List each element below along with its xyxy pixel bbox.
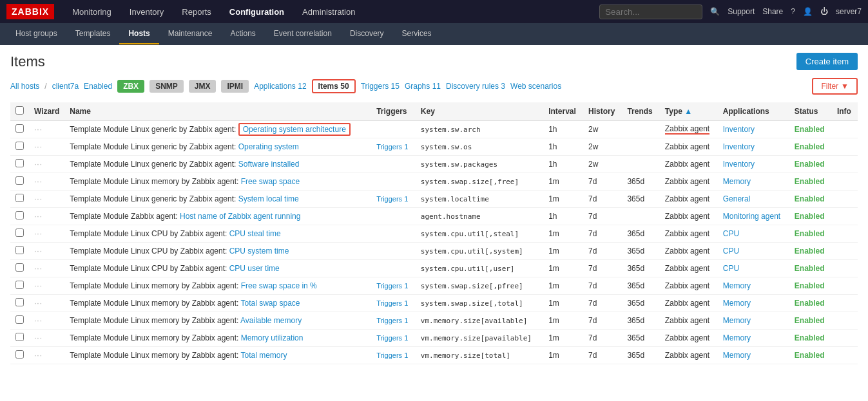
application-link[interactable]: CPU (723, 247, 739, 256)
application-link[interactable]: Memory (723, 299, 751, 308)
graphs-link[interactable]: Graphs 11 (405, 82, 441, 91)
row-checkbox[interactable] (15, 281, 24, 289)
search-input[interactable] (599, 5, 702, 19)
subnav-actions[interactable]: Actions (221, 24, 264, 44)
row-checkbox[interactable] (15, 350, 24, 359)
nav-inventory[interactable]: Inventory (122, 3, 171, 21)
name-link[interactable]: Software installed (238, 160, 300, 169)
discovery-rules-link[interactable]: Discovery rules 3 (446, 82, 505, 91)
application-link[interactable]: Memory (723, 333, 751, 342)
row-checkbox[interactable] (15, 176, 24, 185)
subnav-templates[interactable]: Templates (66, 24, 120, 44)
select-all-checkbox[interactable] (15, 106, 24, 115)
items-badge[interactable]: Items 50 (312, 79, 356, 93)
power-icon[interactable]: ⏻ (820, 7, 828, 16)
application-link[interactable]: Memory (723, 281, 751, 290)
name-link[interactable]: CPU system time (229, 247, 289, 256)
nav-administration[interactable]: Administration (294, 3, 363, 21)
application-link[interactable]: Inventory (723, 142, 755, 151)
wizard-dots[interactable]: ··· (34, 212, 43, 221)
row-checkbox[interactable] (15, 194, 24, 202)
row-checkbox[interactable] (15, 228, 24, 237)
row-checkbox[interactable] (15, 211, 24, 219)
wizard-dots[interactable]: ··· (34, 247, 43, 256)
wizard-dots[interactable]: ··· (34, 299, 43, 308)
all-hosts-link[interactable]: All hosts (10, 82, 39, 91)
name-link[interactable]: Total memory (240, 351, 287, 360)
nav-monitoring[interactable]: Monitoring (64, 3, 119, 21)
name-link[interactable]: Free swap space in % (241, 281, 317, 290)
filter-button[interactable]: Filter ▼ (812, 78, 858, 95)
client-link[interactable]: client7a (52, 82, 79, 91)
wizard-dots[interactable]: ··· (34, 194, 43, 203)
application-link[interactable]: Memory (723, 316, 751, 325)
trigger-link[interactable]: Triggers 1 (376, 299, 408, 307)
row-checkbox[interactable] (15, 298, 24, 306)
snmp-badge[interactable]: SNMP (149, 80, 184, 93)
subnav-hosts[interactable]: Hosts (119, 24, 159, 44)
name-link[interactable]: Free swap space (241, 177, 300, 186)
wizard-dots[interactable]: ··· (34, 333, 43, 342)
help-icon[interactable]: ? (791, 7, 795, 16)
col-type[interactable]: Type ▲ (660, 102, 718, 121)
name-link[interactable]: Host name of Zabbix agent running (180, 212, 300, 221)
wizard-dots[interactable]: ··· (34, 281, 43, 290)
wizard-dots[interactable]: ··· (34, 142, 43, 151)
row-checkbox[interactable] (15, 263, 24, 272)
wizard-dots[interactable]: ··· (34, 177, 43, 186)
application-link[interactable]: CPU (723, 264, 739, 273)
subnav-discovery[interactable]: Discovery (341, 24, 393, 44)
web-scenarios-link[interactable]: Web scenarios (510, 82, 561, 91)
name-link[interactable]: Total swap space (240, 299, 300, 308)
name-link[interactable]: CPU user time (229, 264, 280, 273)
wizard-dots[interactable]: ··· (34, 316, 43, 325)
trigger-link[interactable]: Triggers 1 (376, 143, 408, 151)
share-link[interactable]: Share (762, 7, 783, 16)
application-link[interactable]: Memory (723, 351, 751, 360)
trigger-link[interactable]: Triggers 1 (376, 282, 408, 290)
subnav-maintenance[interactable]: Maintenance (159, 24, 222, 44)
subnav-event-correlation[interactable]: Event correlation (265, 24, 341, 44)
name-link[interactable]: System local time (238, 194, 299, 203)
jmx-badge[interactable]: JMX (189, 80, 217, 93)
application-link[interactable]: Inventory (723, 125, 755, 134)
subnav-services[interactable]: Services (393, 24, 441, 44)
row-checkbox[interactable] (15, 246, 24, 254)
zbx-badge[interactable]: ZBX (117, 80, 144, 93)
name-link[interactable]: Memory utilization (241, 333, 304, 342)
trigger-link[interactable]: Triggers 1 (376, 334, 408, 342)
name-link[interactable]: CPU steal time (229, 229, 281, 238)
application-link[interactable]: Monitoring agent (723, 212, 780, 221)
enabled-link[interactable]: Enabled (84, 82, 112, 91)
search-icon[interactable]: 🔍 (710, 7, 720, 16)
application-link[interactable]: Memory (723, 177, 751, 186)
row-checkbox[interactable] (15, 142, 24, 150)
ipmi-badge[interactable]: IPMI (221, 80, 249, 93)
wizard-dots[interactable]: ··· (34, 160, 43, 169)
name-link[interactable]: Operating system (238, 142, 299, 151)
wizard-dots[interactable]: ··· (34, 264, 43, 273)
row-checkbox[interactable] (15, 159, 24, 167)
row-checkbox[interactable] (15, 124, 24, 133)
applications-link[interactable]: Applications 12 (254, 82, 306, 91)
support-link[interactable]: Support (728, 7, 755, 16)
create-item-button[interactable]: Create item (796, 53, 858, 70)
trigger-link[interactable]: Triggers 1 (376, 317, 408, 324)
subnav-host-groups[interactable]: Host groups (6, 24, 66, 44)
application-link[interactable]: Inventory (723, 160, 755, 169)
application-link[interactable]: General (723, 194, 751, 203)
user-icon[interactable]: 👤 (803, 7, 813, 16)
wizard-dots[interactable]: ··· (34, 125, 43, 134)
trigger-link[interactable]: Triggers 1 (376, 195, 408, 203)
wizard-dots[interactable]: ··· (34, 351, 43, 360)
wizard-dots[interactable]: ··· (34, 229, 43, 238)
nav-configuration[interactable]: Configuration (222, 3, 292, 21)
row-checkbox[interactable] (15, 315, 24, 324)
name-link[interactable]: Available memory (240, 316, 302, 325)
name-link[interactable]: Operating system architecture (238, 123, 351, 136)
triggers-link[interactable]: Triggers 15 (361, 82, 400, 91)
row-checkbox[interactable] (15, 333, 24, 341)
application-link[interactable]: CPU (723, 229, 739, 238)
nav-reports[interactable]: Reports (174, 3, 219, 21)
trigger-link[interactable]: Triggers 1 (376, 351, 408, 359)
